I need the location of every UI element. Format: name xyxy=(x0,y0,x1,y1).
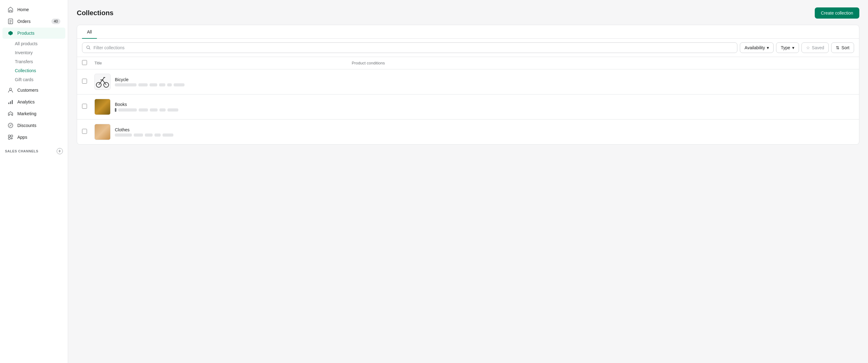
create-collection-button[interactable]: Create collection xyxy=(815,7,859,19)
meta-pill-1 xyxy=(118,109,137,112)
tab-all[interactable]: All xyxy=(82,25,97,39)
sidebar-item-analytics[interactable]: Analytics xyxy=(2,96,65,108)
discounts-icon xyxy=(7,122,13,128)
type-chevron-icon: ▾ xyxy=(792,45,794,50)
search-input[interactable] xyxy=(93,45,733,50)
sidebar-item-customers-label: Customers xyxy=(17,88,38,93)
sidebar-item-discounts-label: Discounts xyxy=(17,123,36,128)
availability-filter-button[interactable]: Availability ▾ xyxy=(740,42,774,53)
sidebar-item-inventory[interactable]: Inventory xyxy=(15,48,65,57)
svg-rect-7 xyxy=(8,135,10,137)
sidebar-item-marketing-label: Marketing xyxy=(17,111,36,116)
collections-card: All Availability ▾ Type ▾ xyxy=(77,25,859,145)
row-checkbox-wrap xyxy=(82,79,94,85)
home-icon xyxy=(7,6,13,13)
sidebar-item-all-products[interactable]: All products xyxy=(15,39,65,48)
products-sub-nav: All products Inventory Transfers Collect… xyxy=(0,39,68,84)
sidebar-item-gift-cards[interactable]: Gift cards xyxy=(15,75,65,84)
meta-bar xyxy=(115,108,116,112)
table-header: Title Product conditions xyxy=(77,57,859,69)
row-checkbox-bicycle[interactable] xyxy=(82,79,87,84)
books-thumbnail xyxy=(94,99,111,115)
meta-pill-2 xyxy=(138,83,148,86)
sidebar-item-customers[interactable]: Customers xyxy=(2,85,65,96)
table-row[interactable]: Bicycle xyxy=(77,69,859,94)
sidebar-item-apps-label: Apps xyxy=(17,135,27,140)
meta-pill-4 xyxy=(154,133,161,137)
clothes-info: Clothes xyxy=(115,127,359,137)
meta-pill-5 xyxy=(162,133,173,137)
page-title: Collections xyxy=(77,9,114,17)
books-name: Books xyxy=(115,102,359,107)
filters-bar: Availability ▾ Type ▾ ☆ Saved ⇅ Sort xyxy=(77,39,859,57)
bicycle-info: Bicycle xyxy=(115,77,359,86)
products-icon xyxy=(7,30,13,36)
search-wrap xyxy=(82,42,737,53)
sidebar-item-analytics-label: Analytics xyxy=(17,99,35,104)
svg-rect-2 xyxy=(8,102,9,104)
svg-rect-3 xyxy=(10,101,11,104)
row-checkbox-clothes[interactable] xyxy=(82,129,87,134)
type-label: Type xyxy=(781,45,790,50)
marketing-icon xyxy=(7,111,13,117)
bicycle-name: Bicycle xyxy=(115,77,359,82)
svg-rect-9 xyxy=(8,138,10,140)
sort-icon: ⇅ xyxy=(836,45,839,50)
books-meta xyxy=(115,108,359,112)
analytics-icon xyxy=(7,99,13,105)
page-header: Collections Create collection xyxy=(77,7,859,19)
svg-point-1 xyxy=(9,88,12,90)
sidebar-item-orders-label: Orders xyxy=(17,19,31,24)
availability-chevron-icon: ▾ xyxy=(767,45,769,50)
meta-pill-2 xyxy=(134,133,143,137)
sidebar-item-products-label: Products xyxy=(17,31,34,36)
meta-pill-5 xyxy=(167,83,172,86)
orders-icon xyxy=(7,18,13,25)
sidebar-item-transfers[interactable]: Transfers xyxy=(15,57,65,66)
select-all-col xyxy=(82,60,94,66)
sidebar-item-home-label: Home xyxy=(17,7,29,12)
sales-channels-section: SALES CHANNELS + xyxy=(0,146,68,157)
sidebar-item-marketing[interactable]: Marketing xyxy=(2,108,65,119)
sidebar-item-products[interactable]: Products xyxy=(2,28,65,39)
svg-rect-8 xyxy=(11,135,13,137)
apps-icon xyxy=(7,134,13,140)
meta-pill-3 xyxy=(145,133,153,137)
select-all-checkbox[interactable] xyxy=(82,60,87,65)
meta-pill-4 xyxy=(159,83,165,86)
meta-pill-2 xyxy=(139,109,148,112)
table-row[interactable]: Clothes xyxy=(77,120,859,144)
main-content: Collections Create collection All Availa… xyxy=(68,0,868,363)
meta-pill-4 xyxy=(159,109,165,112)
sidebar-item-orders[interactable]: Orders 40 xyxy=(2,16,65,27)
meta-pill-5 xyxy=(167,109,178,112)
bicycle-meta xyxy=(115,83,359,86)
sidebar-item-home[interactable]: Home xyxy=(2,4,65,15)
row-checkbox-wrap xyxy=(82,129,94,135)
customers-icon xyxy=(7,87,13,93)
saved-label: Saved xyxy=(812,45,824,50)
svg-point-5 xyxy=(10,112,11,112)
sidebar-item-apps[interactable]: Apps xyxy=(2,132,65,143)
add-sales-channel-button[interactable]: + xyxy=(57,148,63,154)
table-row[interactable]: Books xyxy=(77,94,859,120)
bicycle-thumbnail xyxy=(94,74,111,90)
sidebar: Home Orders 40 Products All products Inv… xyxy=(0,0,68,363)
availability-label: Availability xyxy=(744,45,765,50)
meta-pill-3 xyxy=(150,109,158,112)
star-icon: ☆ xyxy=(806,45,810,50)
sort-label: Sort xyxy=(841,45,849,50)
saved-button[interactable]: ☆ Saved xyxy=(801,42,829,53)
meta-pill-1 xyxy=(115,133,132,137)
orders-badge: 40 xyxy=(52,19,60,24)
title-col-header: Title xyxy=(94,61,345,65)
clothes-name: Clothes xyxy=(115,127,359,132)
clothes-thumbnail xyxy=(94,124,111,140)
sort-button[interactable]: ⇅ Sort xyxy=(831,42,854,53)
row-checkbox-books[interactable] xyxy=(82,104,87,109)
meta-pill-6 xyxy=(174,83,185,86)
type-filter-button[interactable]: Type ▾ xyxy=(776,42,799,53)
svg-point-13 xyxy=(102,79,103,81)
sidebar-item-discounts[interactable]: Discounts xyxy=(2,120,65,131)
sidebar-item-collections[interactable]: Collections xyxy=(15,66,65,75)
